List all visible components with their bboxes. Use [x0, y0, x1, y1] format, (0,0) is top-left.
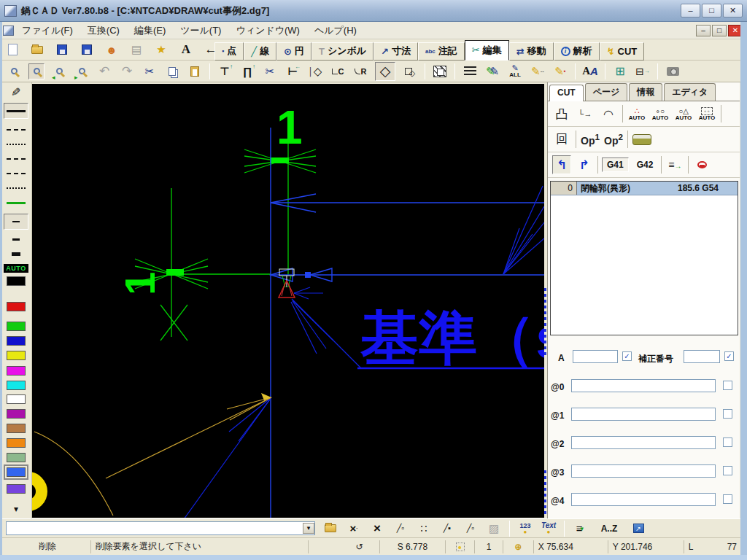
extend-icon[interactable]: ⊢←	[285, 63, 301, 79]
op1-button[interactable]: Op1	[581, 130, 600, 149]
sponge-icon[interactable]	[632, 130, 651, 149]
partial-erase-icon[interactable]: │◇	[307, 63, 323, 79]
hatch-erase-icon[interactable]	[432, 63, 448, 79]
linewidth-medium[interactable]	[4, 233, 28, 246]
save-icon[interactable]	[54, 42, 70, 58]
redo-icon[interactable]: ↷	[119, 63, 135, 79]
attribute-all-icon[interactable]: ✎ALL	[507, 63, 523, 79]
export-path-icon[interactable]: ≡→	[665, 155, 684, 174]
cut-icon[interactable]: ✂	[142, 63, 158, 79]
color-green[interactable]	[7, 322, 26, 331]
camera-icon[interactable]	[665, 63, 681, 79]
a-checkbox[interactable]: ✓	[622, 351, 632, 361]
contour-list[interactable]: 0 閉輪郭(異形) 185.6 G54	[550, 181, 738, 335]
auto-region-icon[interactable]: ∘∘AUTO	[697, 104, 716, 123]
open-file-icon[interactable]	[29, 42, 45, 58]
at4-input[interactable]	[571, 493, 716, 506]
chamfer-icon[interactable]: C	[330, 63, 346, 79]
color-purple[interactable]	[7, 409, 26, 419]
menu-tool[interactable]: ツール(T)	[174, 22, 228, 39]
undo-icon[interactable]: ↶	[96, 63, 112, 79]
pencil-dash-icon[interactable]: ✎--	[530, 63, 546, 79]
mdi-restore-button[interactable]: □	[712, 25, 727, 36]
fit-window-icon[interactable]: ⊞	[612, 63, 628, 79]
snap-cross-icon[interactable]: ×·	[346, 521, 362, 537]
g41-button[interactable]: G41	[602, 158, 629, 172]
more-colors-arrow[interactable]: ▾	[4, 502, 28, 516]
drawing-canvas[interactable]: 1 1 基準（sp	[32, 84, 544, 518]
g42-button[interactable]: G42	[632, 158, 658, 171]
external-window-icon[interactable]: ↗	[630, 521, 646, 537]
tab-symbol[interactable]: Tシンボル	[311, 42, 374, 61]
linewidth-thin[interactable]	[4, 214, 28, 230]
stop-sign-icon[interactable]	[692, 155, 711, 174]
nested-contour-icon[interactable]: 回	[552, 130, 571, 149]
hosei-checkbox[interactable]: ✓	[724, 351, 734, 361]
at2-checkbox[interactable]	[723, 438, 732, 447]
dim-value-icon[interactable]: 123●	[517, 521, 533, 537]
close-button[interactable]: ✕	[723, 4, 743, 18]
snap-midpoint-icon[interactable]: ╱▪	[439, 521, 455, 537]
crosshair-icon[interactable]: ⊕	[503, 540, 534, 553]
break-scissors-icon[interactable]: ✂	[262, 63, 278, 79]
op2-button[interactable]: Op2	[604, 130, 623, 149]
auto-shapes-icon[interactable]: ○△AUTO	[674, 104, 693, 123]
color-sage[interactable]	[7, 453, 26, 462]
tab-analyze[interactable]: i解析	[554, 42, 600, 61]
print-icon[interactable]: ▤	[128, 42, 144, 58]
color-cyan[interactable]	[7, 381, 26, 390]
color-black[interactable]	[7, 276, 26, 286]
panel-tab-editor[interactable]: エディタ	[664, 83, 716, 101]
color-yellow[interactable]	[7, 351, 26, 360]
a-input[interactable]	[573, 350, 618, 363]
minimize-button[interactable]: –	[681, 4, 700, 18]
menu-window[interactable]: ウィンドウ(W)	[229, 22, 306, 39]
turn-left-button[interactable]: ↰	[552, 155, 571, 174]
at4-checkbox[interactable]	[723, 494, 732, 504]
color-brown[interactable]	[7, 424, 26, 433]
snap-endpoint-icon[interactable]: ╱▫	[392, 521, 409, 537]
pointer-arrow-icon[interactable]: ←	[203, 42, 219, 58]
tab-dimension[interactable]: ↗寸法	[374, 42, 418, 61]
erase-region-icon[interactable]: ◇	[402, 63, 418, 79]
at1-input[interactable]	[571, 408, 716, 421]
pencil-erase-icon[interactable]: ✎▪	[552, 63, 568, 79]
pen-picker-icon[interactable]: ✎	[4, 85, 28, 98]
sort-az-button[interactable]: A..Z	[595, 521, 623, 537]
polyline-icon[interactable]: └→	[576, 104, 595, 123]
at1-checkbox[interactable]	[723, 409, 732, 419]
command-combobox[interactable]: ▾	[6, 521, 315, 535]
menu-file[interactable]: ファイル(F)	[15, 22, 80, 39]
refresh-icon[interactable]: ↺	[339, 540, 379, 553]
sort-order-icon[interactable]: ≡▾	[572, 521, 588, 537]
tab-point[interactable]: ▪点	[214, 42, 244, 61]
linestyle-dash-dot[interactable]	[4, 182, 28, 195]
color-red[interactable]	[7, 302, 26, 311]
contour-list-row-selected[interactable]: 0 閉輪郭(異形) 185.6 G54	[551, 182, 738, 195]
linestyle-dotted[interactable]	[4, 138, 28, 151]
color-blue[interactable]	[7, 336, 26, 346]
menu-edit[interactable]: 編集(E)	[128, 22, 172, 39]
attribute-brush-icon[interactable]: ✎✎	[484, 63, 500, 79]
linestyle-dash-short[interactable]	[4, 167, 28, 180]
tab-edit[interactable]: ✂編集	[465, 40, 509, 61]
arc-icon[interactable]: ◠	[599, 104, 618, 123]
zoom-forward-icon[interactable]: ▸	[74, 63, 90, 79]
grid-icon[interactable]	[446, 540, 475, 553]
tab-note[interactable]: abc注記	[418, 42, 465, 61]
color-violet[interactable]	[7, 484, 26, 494]
snap-x-icon[interactable]: ×	[369, 521, 385, 537]
text-icon[interactable]: A	[178, 42, 194, 58]
trim-one-icon[interactable]: ⊤↑	[217, 63, 233, 79]
font-edit-icon[interactable]: AA	[582, 63, 598, 79]
linewidth-auto[interactable]: AUTO	[4, 262, 28, 275]
mdi-minimize-button[interactable]: –	[696, 25, 711, 36]
tab-move[interactable]: ⇄移動	[509, 42, 554, 61]
linewidth-thick[interactable]	[4, 247, 28, 260]
panel-tab-info[interactable]: 情報	[629, 83, 662, 101]
zoom-back-icon[interactable]: ◂	[51, 63, 67, 79]
new-file-icon[interactable]	[4, 42, 20, 58]
combo-dropdown-icon[interactable]: ▾	[303, 523, 314, 534]
panel-tab-page[interactable]: ページ	[585, 83, 628, 101]
snap-center-icon[interactable]: ∷	[416, 521, 432, 537]
